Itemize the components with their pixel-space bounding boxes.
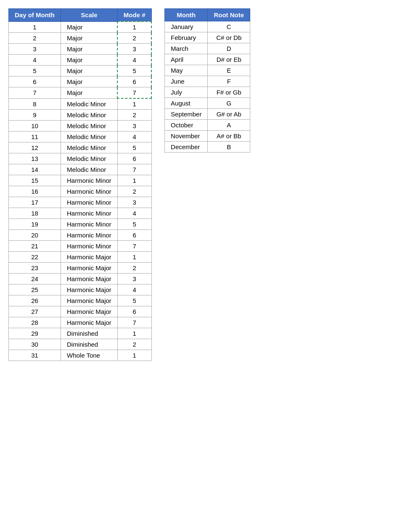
table-row: 5Major5 — [9, 66, 152, 76]
scale-cell: Harmonic Minor — [61, 230, 118, 241]
table-row: FebruaryC# or Db — [165, 32, 250, 43]
mode-cell: 1 — [117, 98, 151, 110]
mode-cell: 4 — [117, 132, 151, 142]
day-cell: 2 — [9, 33, 61, 44]
scale-cell: Harmonic Major — [61, 295, 118, 306]
mode-cell: 7 — [117, 317, 151, 328]
root-note-cell: A# or Bb — [208, 131, 250, 142]
scale-cell: Major — [61, 21, 118, 33]
scale-cell: Diminished — [61, 328, 118, 339]
day-cell: 16 — [9, 186, 61, 197]
table-row: 7Major7 — [9, 87, 152, 99]
table-row: AugustG — [165, 98, 250, 109]
month-cell: August — [165, 98, 208, 109]
month-cell: November — [165, 131, 208, 142]
scale-cell: Melodic Minor — [61, 98, 118, 110]
day-cell: 6 — [9, 76, 61, 87]
root-note-cell: G# or Ab — [208, 109, 250, 120]
root-note-cell: G — [208, 98, 250, 109]
mode-cell: 7 — [117, 87, 151, 99]
scale-cell: Melodic Minor — [61, 153, 118, 164]
header-mode: Mode # — [117, 9, 151, 22]
root-note-cell: E — [208, 65, 250, 76]
table-row: 11Melodic Minor4 — [9, 132, 152, 142]
header-day: Day of Month — [9, 9, 61, 22]
root-note-cell: C# or Db — [208, 32, 250, 43]
table-row: MarchD — [165, 43, 250, 54]
table-row: 8Melodic Minor1 — [9, 98, 152, 110]
scale-cell: Harmonic Minor — [61, 175, 118, 186]
scale-cell: Harmonic Minor — [61, 241, 118, 252]
month-cell: December — [165, 142, 208, 153]
table-row: AprilD# or Eb — [165, 54, 250, 65]
month-cell: January — [165, 21, 208, 32]
day-cell: 4 — [9, 55, 61, 66]
table-row: 10Melodic Minor3 — [9, 121, 152, 132]
mode-cell: 3 — [117, 197, 151, 208]
day-cell: 7 — [9, 87, 61, 99]
mode-cell: 3 — [117, 274, 151, 284]
header-root-note: Root Note — [208, 9, 250, 21]
page-container: Day of Month Scale Mode # 1Major12Major2… — [8, 8, 397, 361]
table-row: 19Harmonic Minor5 — [9, 219, 152, 230]
table-row: 30Diminished2 — [9, 339, 152, 350]
scale-cell: Melodic Minor — [61, 164, 118, 175]
table-row: OctoberA — [165, 120, 250, 131]
month-cell: July — [165, 87, 208, 98]
left-table-container: Day of Month Scale Mode # 1Major12Major2… — [8, 8, 152, 361]
day-cell: 14 — [9, 164, 61, 175]
scale-cell: Melodic Minor — [61, 121, 118, 132]
mode-cell: 2 — [117, 186, 151, 197]
root-note-cell: C — [208, 21, 250, 32]
mode-cell: 1 — [117, 252, 151, 263]
mode-cell: 6 — [117, 306, 151, 317]
scale-cell: Harmonic Minor — [61, 186, 118, 197]
day-cell: 22 — [9, 252, 61, 263]
table-row: JulyF# or Gb — [165, 87, 250, 98]
scale-cell: Major — [61, 33, 118, 44]
day-cell: 9 — [9, 110, 61, 121]
scale-cell: Harmonic Minor — [61, 219, 118, 230]
root-note-cell: D# or Eb — [208, 54, 250, 65]
month-cell: May — [165, 65, 208, 76]
mode-cell: 5 — [117, 66, 151, 76]
table-row: 4Major4 — [9, 55, 152, 66]
table-row: JanuaryC — [165, 21, 250, 32]
scale-cell: Major — [61, 55, 118, 66]
day-cell: 17 — [9, 197, 61, 208]
day-cell: 30 — [9, 339, 61, 350]
day-cell: 18 — [9, 208, 61, 219]
right-table-container: Month Root Note JanuaryCFebruaryC# or Db… — [164, 8, 250, 153]
table-row: DecemberB — [165, 142, 250, 153]
mode-cell: 5 — [117, 142, 151, 153]
day-cell: 12 — [9, 142, 61, 153]
table-row: 18Harmonic Minor4 — [9, 208, 152, 219]
scale-cell: Melodic Minor — [61, 132, 118, 142]
day-cell: 23 — [9, 263, 61, 274]
table-row: 12Melodic Minor5 — [9, 142, 152, 153]
day-of-month-table: Day of Month Scale Mode # 1Major12Major2… — [8, 8, 152, 361]
scale-cell: Harmonic Major — [61, 284, 118, 295]
month-cell: October — [165, 120, 208, 131]
day-cell: 3 — [9, 44, 61, 55]
mode-cell: 2 — [117, 110, 151, 121]
day-cell: 26 — [9, 295, 61, 306]
scale-cell: Major — [61, 87, 118, 99]
table-row: 17Harmonic Minor3 — [9, 197, 152, 208]
mode-cell: 4 — [117, 208, 151, 219]
mode-cell: 1 — [117, 175, 151, 186]
table-row: MayE — [165, 65, 250, 76]
table-row: 26Harmonic Major5 — [9, 295, 152, 306]
root-note-cell: B — [208, 142, 250, 153]
mode-cell: 6 — [117, 153, 151, 164]
day-cell: 27 — [9, 306, 61, 317]
month-cell: February — [165, 32, 208, 43]
table-row: 16Harmonic Minor2 — [9, 186, 152, 197]
scale-cell: Diminished — [61, 339, 118, 350]
table-row: 2Major2 — [9, 33, 152, 44]
day-cell: 24 — [9, 274, 61, 284]
day-cell: 8 — [9, 98, 61, 110]
month-table: Month Root Note JanuaryCFebruaryC# or Db… — [164, 8, 250, 153]
table-row: 1Major1 — [9, 21, 152, 33]
day-cell: 31 — [9, 350, 61, 361]
